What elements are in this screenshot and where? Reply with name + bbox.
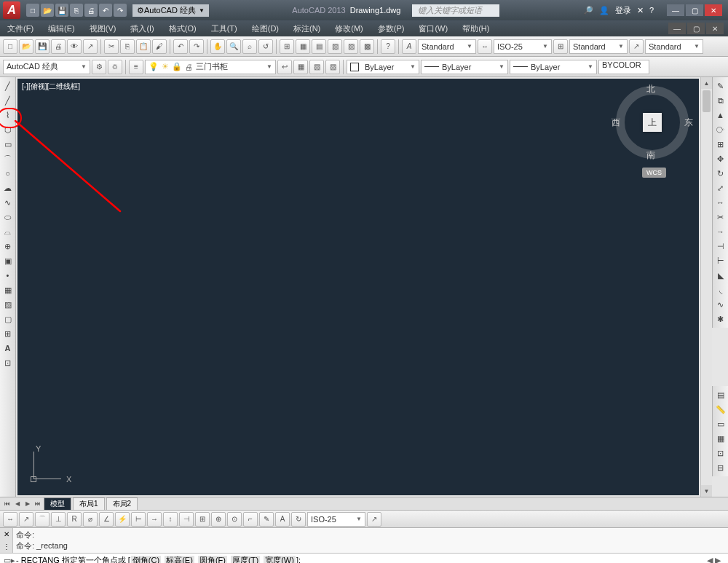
dim-linear-icon[interactable]: ↔ [3,512,17,527]
menu-format[interactable]: 格式(O) [166,22,199,36]
move-icon[interactable]: ✥ [713,152,728,165]
workspace-combo[interactable]: AutoCAD 经典▼ [3,60,90,74]
paste-icon[interactable]: 📋 [136,39,151,54]
markup-icon[interactable]: ▨ [344,39,358,54]
offset-icon[interactable]: ⧂ [713,123,728,136]
circle-icon[interactable]: ○ [1,167,15,180]
trim-icon[interactable]: ✂ [713,210,728,224]
select-icon[interactable]: ▭ [713,417,728,430]
textstyle-icon[interactable]: A [402,39,416,54]
match-icon[interactable]: 🖌 [152,39,167,54]
layer-iso-icon[interactable]: ▧ [309,60,324,74]
minimize-button[interactable]: — [667,4,684,16]
gear-icon[interactable]: ⚙ [92,60,106,74]
ellipse-icon[interactable]: ⬭ [1,210,15,224]
tablestyle-icon[interactable]: ⊞ [553,39,568,54]
command-input-row[interactable]: ▭▸ - RECTANG 指定第一个角点或 [倒角(C) 标高(E) 圆角(F)… [0,553,728,563]
view-cube[interactable]: 上 北 南 东 西 [616,86,689,159]
tab-layout2[interactable]: 布局2 [106,497,138,511]
dimupdate-icon[interactable]: ↻ [291,512,306,527]
blend-icon[interactable]: ∿ [713,298,728,311]
dim-continue-icon[interactable]: → [147,512,162,527]
mleaderstyle-icon[interactable]: ↗ [629,39,644,54]
menu-edit[interactable]: 编辑(E) [45,22,78,36]
menu-help[interactable]: 帮助(H) [459,22,492,36]
copy-icon[interactable]: ⎘ [120,39,135,54]
qat-save-icon[interactable]: 💾 [55,4,68,17]
tolerance-icon[interactable]: ⊞ [195,512,210,527]
exchange-icon[interactable]: ✕ [637,6,644,15]
viewcube-south[interactable]: 南 [646,149,655,162]
pan-icon[interactable]: ✋ [210,39,225,54]
grip-icon[interactable]: ⋮ [3,543,10,551]
lineweight-combo[interactable]: ByLayer▼ [510,60,597,74]
layer-combo[interactable]: 💡 ☀ 🔒 🖨 三门书柜 ▼ [145,60,276,74]
menu-view[interactable]: 视图(V) [87,22,119,36]
menu-dimension[interactable]: 标注(N) [290,22,323,36]
layer-props-icon[interactable]: ≡ [129,60,143,74]
arc-icon[interactable]: ⌒ [1,152,15,165]
drawing-canvas[interactable]: [-][俯视][二维线框] 上 北 南 东 西 WCS Y X [17,79,699,495]
erase-icon[interactable]: ✎ [713,79,728,92]
jogged-icon[interactable]: ⌐ [243,512,258,527]
fillet-icon[interactable]: ◟ [713,283,728,296]
tool-palette-icon[interactable]: ▤ [312,39,326,54]
new-icon[interactable]: □ [3,39,17,54]
line-icon[interactable]: ╱ [1,79,15,92]
settings-icon[interactable]: ⛭ [108,60,122,74]
tab-model[interactable]: 模型 [44,497,71,511]
qat-open-icon[interactable]: 📂 [41,4,54,17]
close-button[interactable]: ✕ [705,4,722,16]
scale-icon[interactable]: ⤢ [713,181,728,194]
qat-redo-icon[interactable]: ↷ [114,4,127,17]
join-icon[interactable]: ⊢ [713,254,728,267]
rotate-icon[interactable]: ↻ [713,167,728,180]
opt-thickness[interactable]: 厚度(T) [231,556,260,563]
command-handle[interactable]: ✕⋮ [0,528,13,553]
tab-prev-icon[interactable]: ◀ [13,499,22,509]
preview-icon[interactable]: 👁 [67,39,82,54]
undo-icon[interactable]: ↶ [173,39,188,54]
dim-aligned-icon[interactable]: ↗ [19,512,33,527]
stretch-icon[interactable]: ↔ [713,196,728,209]
sheet-set-icon[interactable]: ▧ [328,39,342,54]
viewport-label[interactable]: [-][俯视][二维线框] [22,82,80,92]
dim-ordinate-icon[interactable]: ⊥ [51,512,66,527]
opt-width[interactable]: 宽度(W) [264,556,296,563]
color-combo[interactable]: ByLayer▼ [347,60,419,74]
close-icon[interactable]: ✕ [4,530,9,538]
region-icon[interactable]: ▢ [1,312,15,326]
dim-break-icon[interactable]: ⊣ [179,512,194,527]
save-icon[interactable]: 💾 [35,39,50,54]
extend-icon[interactable]: → [713,225,728,238]
menu-parametric[interactable]: 参数(P) [375,22,408,36]
dim-quick-icon[interactable]: ⚡ [115,512,130,527]
redo-icon[interactable]: ↷ [189,39,204,54]
menu-insert[interactable]: 插入(I) [127,22,157,36]
opt-fillet[interactable]: 圆角(F) [198,556,227,563]
tab-first-icon[interactable]: ⏮ [3,499,12,509]
chamfer-icon[interactable]: ◣ [713,269,728,282]
qat-print-icon[interactable]: 🖨 [84,4,98,17]
ungroup-icon[interactable]: ⊟ [713,461,728,474]
login-button[interactable]: 登录 [615,5,631,16]
layer-prev-icon[interactable]: ↩ [277,60,292,74]
insert-block-icon[interactable]: ⊕ [1,240,15,253]
hatch-icon[interactable]: ▦ [1,283,15,296]
opt-chamfer[interactable]: 倒角(C) [131,556,161,563]
dim-diameter-icon[interactable]: ⌀ [83,512,98,527]
tab-next-icon[interactable]: ▶ [23,499,32,509]
print-icon[interactable]: 🖨 [51,39,66,54]
quickcalc-icon[interactable]: ▩ [360,39,374,54]
gradient-icon[interactable]: ▨ [1,298,15,311]
publish-icon[interactable]: ↗ [83,39,98,54]
qat-new-icon[interactable]: □ [26,4,39,17]
scroll-up-icon[interactable]: ▲ [701,77,712,89]
doc-restore-button[interactable]: ▢ [687,23,705,34]
rectangle-icon[interactable]: ▭ [1,138,15,151]
zoom-window-icon[interactable]: ⌕ [242,39,257,54]
polygon-icon[interactable]: ⬡ [1,123,15,136]
search-icon[interactable]: 🔎 [583,6,593,15]
design-center-icon[interactable]: ▦ [296,39,310,54]
point-icon[interactable]: • [1,269,15,282]
